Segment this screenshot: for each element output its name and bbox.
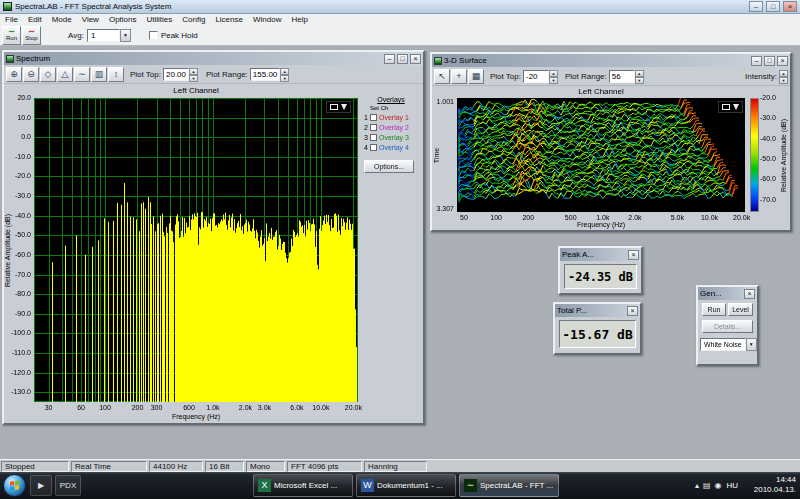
menu-item-window[interactable]: Window — [248, 15, 286, 25]
waterfall-plot[interactable] — [457, 98, 745, 212]
surface-plot-range-spinner[interactable]: 56 ▲▼ — [609, 70, 644, 83]
spectrum-plot-range-spinner[interactable]: 155.00 ▲▼ — [250, 68, 289, 81]
spin-up-icon[interactable]: ▲ — [549, 70, 558, 77]
overlay-options-button[interactable]: Options... — [364, 160, 414, 173]
peak-titlebar[interactable]: Peak A... × — [560, 248, 641, 261]
spectrum-close-button[interactable]: × — [410, 54, 421, 64]
taskbar-clock[interactable]: 14:44 2010.04.13. — [754, 475, 796, 495]
spin-down-icon[interactable]: ▼ — [779, 77, 788, 84]
chevron-down-icon[interactable]: ▼ — [746, 338, 757, 351]
stop-wave-icon: ∼ — [28, 28, 35, 35]
waveform-button[interactable]: ∼ — [74, 67, 90, 82]
zoom-in-button[interactable]: ⊕ — [6, 67, 22, 82]
surface-maximize-button[interactable]: □ — [764, 56, 775, 66]
close-button[interactable]: × — [783, 1, 797, 12]
run-button[interactable]: ∼ Run — [2, 26, 21, 45]
maximize-button[interactable]: □ — [766, 1, 780, 12]
spectrum-titlebar[interactable]: Spectrum – □ × — [4, 52, 423, 65]
pan-button[interactable]: + — [451, 69, 467, 84]
marker-button[interactable]: ◇ — [40, 67, 56, 82]
avg-dropdown[interactable]: 1 ▼ — [87, 29, 131, 42]
surface-plot-top-spinner[interactable]: -20 ▲▼ — [523, 70, 558, 83]
spin-down-icon[interactable]: ▼ — [189, 75, 198, 82]
tray-icon-b-icon[interactable]: ◉ — [714, 481, 721, 490]
menu-item-mode[interactable]: Mode — [47, 15, 77, 25]
generator-close-button[interactable]: × — [744, 289, 755, 299]
menu-item-help[interactable]: Help — [286, 15, 312, 25]
printer-icon[interactable] — [722, 104, 730, 110]
overlay-checkbox[interactable] — [370, 144, 377, 151]
printer-icon[interactable] — [330, 104, 338, 110]
menu-item-options[interactable]: Options — [104, 15, 142, 25]
cursor-button[interactable]: ↖ — [434, 69, 450, 84]
menu-item-edit[interactable]: Edit — [23, 15, 47, 25]
taskbar-window-button[interactable]: WDokumentum1 - ... — [356, 474, 456, 497]
spectrum-plot[interactable] — [34, 98, 358, 402]
tick-label: 10.0k — [306, 404, 336, 412]
generator-titlebar[interactable]: Gen... × — [698, 287, 757, 300]
spin-up-icon[interactable]: ▲ — [635, 70, 644, 77]
spin-up-icon[interactable]: ▲ — [189, 68, 198, 75]
overlay-number: 2 — [362, 124, 368, 131]
spectrum-plot-top-spinner[interactable]: 20.00 ▲▼ — [163, 68, 198, 81]
grid-button[interactable]: ▦ — [468, 69, 484, 84]
pinned-app-icon[interactable]: ▶ — [30, 475, 52, 496]
taskbar-window-button[interactable]: ∼SpectraLAB - FFT ... — [459, 474, 559, 497]
stop-button[interactable]: ∼ Stop — [22, 26, 41, 45]
bars-button[interactable]: ▥ — [91, 67, 107, 82]
spin-up-icon[interactable]: ▲ — [280, 68, 289, 75]
generator-level-button[interactable]: Level — [728, 303, 753, 316]
tick-label: 10.0k — [695, 214, 725, 222]
tick-label: -50.0 — [760, 155, 780, 163]
spectrum-maximize-button[interactable]: □ — [397, 54, 408, 64]
generator-signal-dropdown[interactable]: White Noise ▼ — [700, 338, 757, 351]
overlay-label[interactable]: Overlay 2 — [379, 124, 409, 131]
minimize-button[interactable]: – — [749, 1, 763, 12]
menu-item-utilities[interactable]: Utilities — [141, 15, 177, 25]
tick-label: 200 — [513, 214, 543, 222]
tick-label: 500 — [556, 214, 586, 222]
spin-down-icon[interactable]: ▼ — [549, 77, 558, 84]
overlay-checkbox[interactable] — [370, 134, 377, 141]
peak-button[interactable]: △ — [57, 67, 73, 82]
chevron-down-icon[interactable]: ▼ — [120, 29, 131, 42]
spin-up-icon[interactable]: ▲ — [779, 70, 788, 77]
scale-button[interactable]: ↕ — [108, 67, 124, 82]
overlay-checkbox[interactable] — [370, 114, 377, 121]
menu-item-view[interactable]: View — [77, 15, 104, 25]
overlay-checkbox[interactable] — [370, 124, 377, 131]
tick-label: -90.0 — [4, 310, 31, 318]
spin-down-icon[interactable]: ▼ — [635, 77, 644, 84]
app-window-icon: ∼ — [464, 479, 477, 492]
spectrum-minimize-button[interactable]: – — [384, 54, 395, 64]
language-indicator[interactable]: HU — [726, 481, 738, 490]
menu-item-file[interactable]: File — [0, 15, 23, 25]
surface-window-icon — [434, 57, 442, 65]
menu-item-license[interactable]: License — [210, 15, 248, 25]
generator-run-button[interactable]: Run — [702, 303, 726, 316]
overlay-label[interactable]: Overlay 3 — [379, 134, 409, 141]
hidden-icons-icon[interactable]: ▴ — [695, 481, 699, 490]
pdx-button[interactable]: PDX — [55, 475, 81, 496]
spin-down-icon[interactable]: ▼ — [280, 75, 289, 82]
cursor-mode-icon[interactable] — [733, 104, 739, 110]
tick-label: -80.0 — [4, 290, 31, 298]
total-close-button[interactable]: × — [627, 306, 638, 316]
start-button[interactable] — [3, 474, 26, 497]
surface-titlebar[interactable]: 3-D Surface – □ × — [432, 54, 790, 67]
menu-item-config[interactable]: Config — [177, 15, 210, 25]
peak-close-button[interactable]: × — [628, 250, 639, 260]
taskbar-window-button[interactable]: XMicrosoft Excel ... — [253, 474, 353, 497]
overlay-label[interactable]: Overlay 1 — [379, 114, 409, 121]
cursor-mode-icon[interactable] — [341, 104, 347, 110]
surface-close-button[interactable]: × — [777, 56, 788, 66]
tray-icon-a-icon[interactable]: ▤ — [703, 481, 711, 490]
zoom-out-button[interactable]: ⊖ — [23, 67, 39, 82]
peak-hold-checkbox[interactable] — [149, 31, 158, 40]
total-titlebar[interactable]: Total P... × — [555, 304, 640, 317]
surface-minimize-button[interactable]: – — [751, 56, 762, 66]
generator-details-button[interactable]: Details... — [702, 320, 753, 333]
intensity-spinner[interactable]: ▲▼ — [779, 70, 788, 83]
overlay-label[interactable]: Overlay 4 — [379, 144, 409, 151]
plot-top-value: 20.00 — [163, 68, 189, 81]
